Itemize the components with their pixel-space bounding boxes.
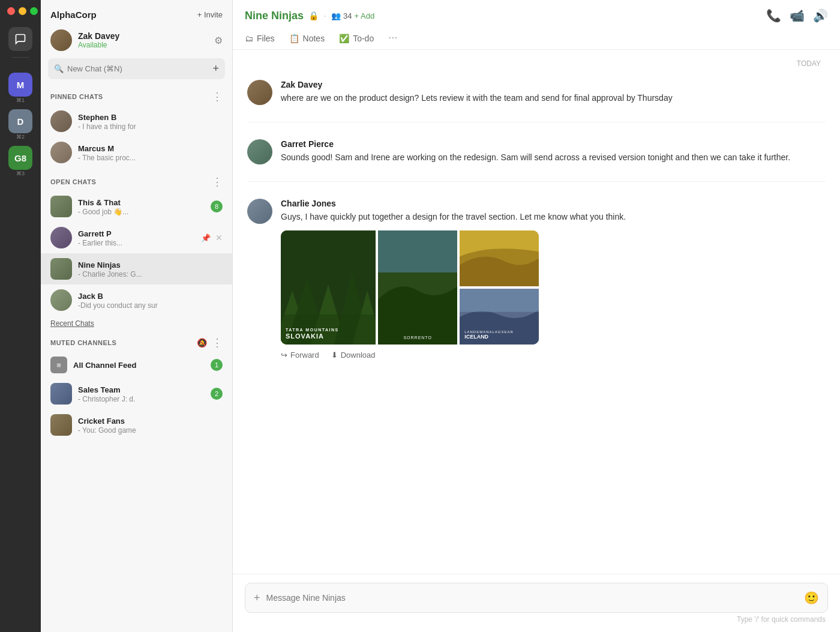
chat-title-row: Nine Ninjas 🔒 · 👥 34 + Add xyxy=(245,10,374,22)
message-input[interactable] xyxy=(266,593,798,603)
phone-icon[interactable]: 📞 xyxy=(766,8,781,23)
muted-channels-more-icon[interactable]: ⋮ xyxy=(212,337,223,348)
chat-header: Nine Ninjas 🔒 · 👥 34 + Add 📞 📹 🔊 🗂 Files xyxy=(233,0,840,50)
unread-badge: 8 xyxy=(211,200,223,212)
pinned-chats-title: PINNED CHATS xyxy=(50,93,103,100)
chat-info: Sales Team - Christopher J: d. xyxy=(78,384,205,403)
pinned-chats-section: PINNED CHATS ⋮ xyxy=(41,88,232,106)
user-status: Available xyxy=(78,41,208,49)
download-button[interactable]: ⬇ Download xyxy=(331,351,376,360)
list-item[interactable]: Cricket Fans - You: Good game xyxy=(41,409,232,441)
tab-files[interactable]: 🗂 Files xyxy=(245,29,275,49)
list-item[interactable]: Sales Team - Christopher J: d. 2 xyxy=(41,378,232,409)
new-chat-add-icon[interactable]: + xyxy=(212,62,219,75)
msg-text: where are we on the product design? Lets… xyxy=(281,92,826,104)
avatar xyxy=(247,139,272,164)
traffic-lights xyxy=(0,7,38,15)
pin-icon: 📌 xyxy=(201,233,211,242)
today-label: TODAY xyxy=(247,59,826,68)
members-info: 👥 34 + Add xyxy=(331,11,374,20)
list-item[interactable]: Garrett P - Earlier this... 📌 ✕ xyxy=(41,222,232,253)
tab-todo[interactable]: ✅ To-do xyxy=(339,29,374,49)
emoji-icon[interactable]: 🙂 xyxy=(804,591,819,605)
message-input-area: + 🙂 Type '/' for quick commands xyxy=(233,574,840,632)
tab-files-label: Files xyxy=(257,34,275,43)
close-window-button[interactable] xyxy=(7,7,15,15)
message-divider xyxy=(247,122,826,122)
table-row: Charlie Jones Guys, I have quickly put t… xyxy=(247,199,826,360)
msg-body: Charlie Jones Guys, I have quickly put t… xyxy=(281,199,826,360)
open-chats-more-icon[interactable]: ⋮ xyxy=(212,176,223,187)
tab-notes[interactable]: 📋 Notes xyxy=(289,29,325,49)
workspace-m[interactable]: M ⌘1 xyxy=(8,73,32,103)
chat-info: All Channel Feed xyxy=(73,360,205,370)
avatar xyxy=(50,196,72,217)
chat-icon[interactable] xyxy=(8,27,32,51)
minimize-window-button[interactable] xyxy=(19,7,26,15)
search-input[interactable] xyxy=(67,64,205,73)
invite-button[interactable]: + Invite xyxy=(197,10,223,19)
msg-sender: Garret Pierce xyxy=(281,139,826,149)
avatar xyxy=(50,383,72,405)
close-chat-icon[interactable]: ✕ xyxy=(215,233,223,242)
main-content: Nine Ninjas 🔒 · 👥 34 + Add 📞 📹 🔊 🗂 Files xyxy=(233,0,840,632)
recent-chats-link[interactable]: Recent Chats xyxy=(41,316,232,331)
muted-channels-section: MUTED CHANNELS 🔕 ⋮ xyxy=(41,334,232,352)
list-item[interactable]: This & That - Good job 👋... 8 xyxy=(41,191,232,222)
avatar xyxy=(50,414,72,436)
msg-sender: Zak Davey xyxy=(281,80,826,89)
msg-text: Guys, I have quickly put together a desi… xyxy=(281,211,826,223)
messages-area: TODAY Zak Davey where are we on the prod… xyxy=(233,50,840,574)
mute-icon[interactable]: 🔕 xyxy=(197,338,207,348)
tabs-more-icon[interactable]: ··· xyxy=(388,31,397,44)
chat-header-top: Nine Ninjas 🔒 · 👥 34 + Add 📞 📹 🔊 xyxy=(245,8,828,23)
header-actions: 📞 📹 🔊 xyxy=(766,8,828,23)
msg-text: Sounds good! Sam and Irene are working o… xyxy=(281,151,826,164)
add-member-button[interactable]: + Add xyxy=(355,11,375,20)
sidebar-header: AlphaCorp + Invite xyxy=(41,0,232,26)
list-item[interactable]: ≡ All Channel Feed 1 xyxy=(41,352,232,378)
image-attachment: TATRA MOUNTAINS SLOVAKIA xyxy=(281,230,539,345)
user-info: Zak Davey Available xyxy=(78,31,208,49)
video-icon[interactable]: 📹 xyxy=(790,8,805,23)
list-item[interactable]: Nine Ninjas - Charlie Jones: G... xyxy=(41,253,232,284)
list-item[interactable]: Jack B -Did you conduct any sur xyxy=(41,284,232,316)
collage-right-col: LANDEMANALAGSEAR ICELAND xyxy=(460,230,539,345)
speaker-icon[interactable]: 🔊 xyxy=(813,8,828,23)
search-bar: 🔍 + xyxy=(48,58,225,79)
pinned-chats-more-icon[interactable]: ⋮ xyxy=(212,91,223,102)
collage-center-label: SORRENTO xyxy=(403,336,432,340)
download-icon: ⬇ xyxy=(331,351,338,360)
workspace-g[interactable]: G 8 ⌘3 xyxy=(8,146,32,176)
unread-badge: 1 xyxy=(211,359,223,371)
fullscreen-window-button[interactable] xyxy=(30,7,38,15)
svg-rect-8 xyxy=(378,230,457,272)
gear-icon[interactable]: ⚙ xyxy=(214,35,223,46)
chat-info: This & That - Good job 👋... xyxy=(78,197,205,216)
message-divider xyxy=(247,181,826,182)
lock-icon: 🔒 xyxy=(308,11,319,20)
channel-icon: ≡ xyxy=(50,357,67,373)
collage-label: TATRA MOUNTAINS SLOVAKIA xyxy=(286,327,339,340)
forward-label: Forward xyxy=(290,351,319,360)
workspace-d[interactable]: D ⌘2 xyxy=(8,109,32,140)
member-count: 34 xyxy=(343,11,352,20)
collage-image-bottom-right: LANDEMANALAGSEAR ICELAND xyxy=(460,289,539,345)
company-name: AlphaCorp xyxy=(50,10,97,20)
msg-body: Zak Davey where are we on the product de… xyxy=(281,80,826,105)
forward-button[interactable]: ↪ Forward xyxy=(281,351,319,360)
collage-sublabel: SLOVAKIA xyxy=(286,333,339,340)
chat-info: Garrett P - Earlier this... xyxy=(78,228,195,247)
user-name: Zak Davey xyxy=(78,31,208,41)
list-item[interactable]: Stephen B - I have a thing for xyxy=(41,106,232,137)
chat-info: Stephen B - I have a thing for xyxy=(78,112,223,131)
collage-main: TATRA MOUNTAINS SLOVAKIA xyxy=(281,230,376,345)
chat-info: Nine Ninjas - Charlie Jones: G... xyxy=(78,259,223,278)
attach-icon[interactable]: + xyxy=(254,592,260,604)
table-row: Zak Davey where are we on the product de… xyxy=(247,80,826,105)
avatar xyxy=(50,29,72,51)
tab-notes-label: Notes xyxy=(303,34,325,43)
sidebar: AlphaCorp + Invite Zak Davey Available ⚙… xyxy=(41,0,233,632)
list-item[interactable]: Marcus M - The basic proc... xyxy=(41,137,232,168)
table-row: Garret Pierce Sounds good! Sam and Irene… xyxy=(247,139,826,164)
